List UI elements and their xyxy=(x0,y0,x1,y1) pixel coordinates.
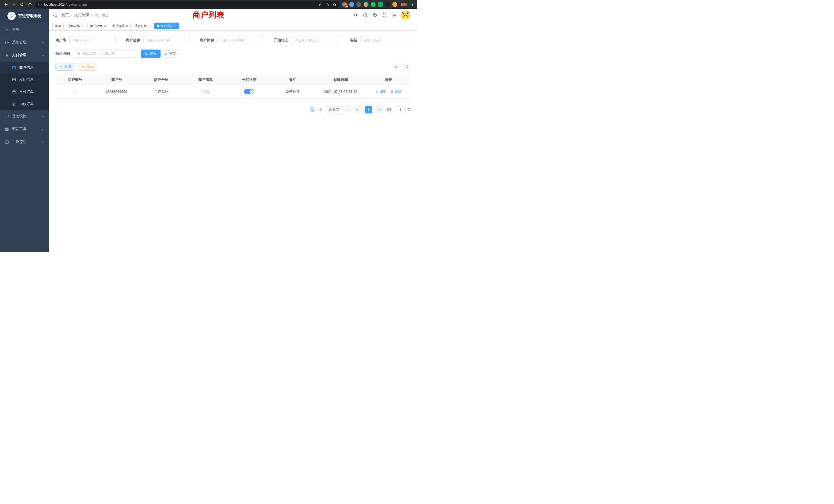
app-logo[interactable]: 芋道管理系统 xyxy=(0,9,49,23)
extension-icon-1[interactable]: 10 xyxy=(342,2,347,7)
extension-icon-6[interactable] xyxy=(378,2,383,7)
chevron-right-icon xyxy=(378,108,381,111)
close-icon[interactable] xyxy=(81,25,84,27)
extension-icon-3[interactable] xyxy=(356,2,361,7)
tab-merchant-info[interactable]: 商户信息 xyxy=(154,23,179,29)
browser-home-button[interactable] xyxy=(27,2,32,7)
sidebar-item-system[interactable]: 系统管理 xyxy=(0,36,49,49)
create-time-range-picker[interactable]: 开始日期 - 结束日期 xyxy=(73,49,137,58)
col-header-status: 开启状态 xyxy=(228,75,270,85)
browser-update-button[interactable]: 更新 xyxy=(399,2,408,7)
extension-icon-2[interactable] xyxy=(349,2,354,7)
status-select[interactable]: 请选择开启状态 xyxy=(291,36,340,44)
tab-pay-order[interactable]: 支付订单 xyxy=(110,23,131,29)
extension-icon-4[interactable] xyxy=(364,2,369,7)
breadcrumb-separator: / xyxy=(91,13,92,17)
extension-icon-5[interactable] xyxy=(371,2,376,7)
pay-submenu: 商户信息 应用信息 支付订单 退款订单 xyxy=(0,62,49,110)
password-key-icon[interactable] xyxy=(318,3,322,6)
table-row: 1 M233666999 芋道源码 芋艿 我是备注 2021-10-23 08:… xyxy=(56,85,411,98)
refresh-icon xyxy=(164,52,168,55)
col-header-full-name: 商户全称 xyxy=(139,75,183,85)
goto-page-input[interactable] xyxy=(395,106,406,113)
merchant-no-input[interactable] xyxy=(69,36,115,44)
browser-back-button[interactable] xyxy=(3,2,9,7)
sidebar-item-label: 工作流程 xyxy=(12,140,26,144)
cell-actions: 修改 删除 xyxy=(367,85,411,98)
sidebar-item-devtools[interactable]: 研发工具 xyxy=(0,123,49,136)
pagination-total: 共 1 条 xyxy=(311,108,322,112)
col-header-id: 商户编号 xyxy=(56,75,94,85)
sidebar-item-label: 系统管理 xyxy=(12,40,26,45)
delete-link[interactable]: 删除 xyxy=(391,89,401,94)
browser-reload-button[interactable] xyxy=(19,2,25,7)
remark-input[interactable] xyxy=(360,36,412,44)
sidebar-item-label: 退款订单 xyxy=(19,101,34,106)
date-separator: - xyxy=(98,52,99,56)
share-icon[interactable] xyxy=(325,3,329,6)
sidebar-item-refund-order[interactable]: 退款订单 xyxy=(0,98,49,110)
browser-forward-button[interactable] xyxy=(11,2,17,7)
col-header-merchant-no: 商户号 xyxy=(94,75,139,85)
next-page-button[interactable] xyxy=(376,106,383,113)
tab-user-group[interactable]: 用户分组 xyxy=(87,23,108,29)
short-name-input[interactable] xyxy=(217,36,263,44)
breadcrumb-current: 商户信息 xyxy=(94,13,109,18)
sidebar-fold-icon[interactable] xyxy=(53,13,58,18)
breadcrumb-pay[interactable]: 支付管理 xyxy=(74,13,89,18)
page-size-select[interactable]: 10条/页 xyxy=(326,106,351,113)
font-size-icon[interactable] xyxy=(392,13,396,18)
edit-link[interactable]: 修改 xyxy=(376,89,387,94)
sidebar-item-label: 应用信息 xyxy=(19,77,34,82)
sidebar-item-home[interactable]: 首页 xyxy=(0,23,49,36)
refresh-table-icon[interactable] xyxy=(403,63,411,71)
close-icon[interactable] xyxy=(126,25,128,27)
sidebar-item-pay-order[interactable]: 支付订单 xyxy=(0,86,49,98)
full-name-input[interactable] xyxy=(143,36,190,44)
page-number-button[interactable]: 1 xyxy=(365,106,372,113)
tab-refund-order[interactable]: 退款订单 xyxy=(132,23,153,29)
close-icon[interactable] xyxy=(148,25,151,27)
tab-home[interactable]: 首页 xyxy=(52,23,64,29)
breadcrumb: 首页 / 支付管理 / 商户信息 xyxy=(62,13,109,18)
tab-process-form[interactable]: 流程表单 xyxy=(65,23,86,29)
search-button[interactable]: 搜索 xyxy=(141,49,160,58)
app-title: 芋道管理系统 xyxy=(18,14,41,19)
sidebar-item-workflow[interactable]: 工作流程 xyxy=(0,136,49,148)
pencil-icon xyxy=(376,90,379,93)
site-info-icon[interactable] xyxy=(38,3,42,6)
header-search-icon[interactable] xyxy=(353,13,358,18)
export-button[interactable]: 导出 xyxy=(78,63,97,71)
prev-page-button[interactable] xyxy=(354,106,361,113)
close-icon[interactable] xyxy=(174,25,176,27)
card-icon xyxy=(12,65,16,70)
status-toggle[interactable] xyxy=(244,89,254,94)
fullscreen-icon[interactable] xyxy=(382,13,387,18)
remark-label: 备注 xyxy=(350,38,357,43)
address-bar[interactable]: localhost:1024/pay/merchant xyxy=(35,1,340,8)
github-icon[interactable] xyxy=(363,13,368,18)
home-icon xyxy=(28,2,32,7)
sidebar-item-infra[interactable]: 基础设施 xyxy=(0,110,49,123)
sidebar-item-pay[interactable]: 支付管理 xyxy=(0,49,49,62)
merchant-no-label: 商户号 xyxy=(56,38,66,43)
goto-label: 前往 xyxy=(387,108,393,112)
extension-icon-7[interactable] xyxy=(385,2,390,7)
browser-menu-icon[interactable] xyxy=(411,3,414,6)
sidebar-item-merchant-info[interactable]: 商户信息 xyxy=(0,62,49,74)
breadcrumb-home[interactable]: 首页 xyxy=(62,13,69,18)
tabs-bar: 首页 流程表单 用户分组 支付订单 退款订单 商户信息 xyxy=(49,22,417,30)
reset-button[interactable]: 重置 xyxy=(160,49,180,58)
close-icon[interactable] xyxy=(104,25,106,27)
search-icon xyxy=(145,52,148,55)
show-search-toggle-icon[interactable] xyxy=(392,63,400,71)
help-icon[interactable] xyxy=(373,13,377,18)
page-size-value: 10条/页 xyxy=(328,108,340,112)
bookmark-star-icon[interactable] xyxy=(332,2,337,6)
extension-icon-8[interactable] xyxy=(392,2,397,7)
user-avatar[interactable] xyxy=(401,11,413,19)
add-button[interactable]: 新增 xyxy=(56,63,75,71)
sidebar-item-app-info[interactable]: 应用信息 xyxy=(0,74,49,86)
tab-label: 用户分组 xyxy=(90,24,102,28)
url-text: localhost:1024/pay/merchant xyxy=(44,3,316,6)
